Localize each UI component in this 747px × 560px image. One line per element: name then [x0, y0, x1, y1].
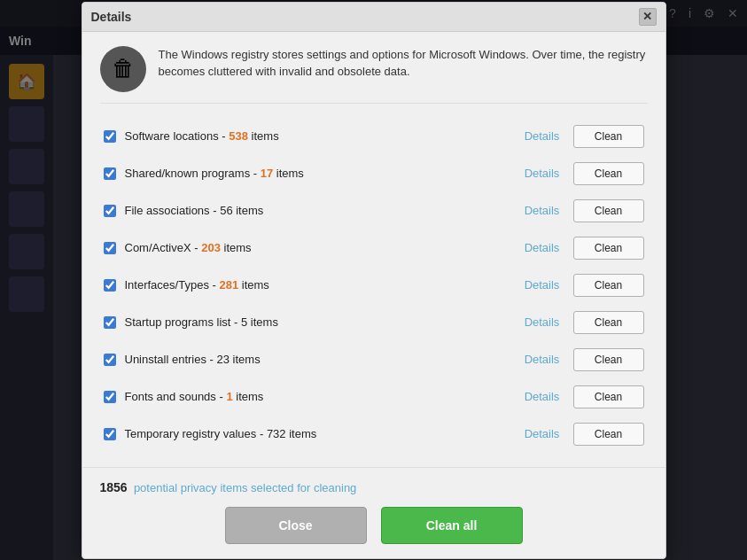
item-label-1: Software locations - 538 items	[125, 129, 511, 143]
items-list: Software locations - 538 items Details C…	[100, 118, 648, 453]
item-checkbox-9[interactable]	[104, 428, 116, 440]
item-checkbox-4[interactable]	[104, 242, 116, 254]
item-label-3: File associations - 56 items	[125, 204, 511, 217]
item-clean-button-5[interactable]: Clean	[573, 274, 644, 297]
item-label-2: Shared/known programs - 17 items	[125, 167, 511, 180]
item-clean-button-2[interactable]: Clean	[573, 162, 644, 185]
footer-summary: 1856 potential privacy items selected fo…	[100, 480, 648, 494]
trash-icon: 🗑	[112, 55, 135, 82]
item-checkbox-1[interactable]	[104, 130, 116, 143]
item-details-link-5[interactable]: Details	[520, 278, 564, 292]
item-clean-button-3[interactable]: Clean	[573, 199, 644, 222]
list-item: Fonts and sounds - 1 items Details Clean	[100, 378, 648, 416]
item-details-link-4[interactable]: Details	[520, 241, 564, 254]
info-description: The Windows registry stores settings and…	[159, 46, 648, 81]
modal-overlay: Details ✕ 🗑 The Windows registry stores …	[0, 0, 747, 560]
list-item: Uninstall entries - 23 items Details Cle…	[100, 341, 648, 378]
list-item: Startup programs list - 5 items Details …	[100, 304, 648, 341]
summary-description: potential privacy items selected for cle…	[134, 481, 356, 494]
modal-close-button[interactable]: ✕	[639, 8, 657, 26]
item-label-4: Com/ActiveX - 203 items	[125, 241, 511, 254]
item-label-9: Temporary registry values - 732 items	[125, 427, 511, 440]
clean-all-button[interactable]: Clean all	[381, 507, 523, 544]
item-clean-button-8[interactable]: Clean	[573, 385, 644, 408]
item-label-6: Startup programs list - 5 items	[125, 315, 511, 329]
modal-footer: 1856 potential privacy items selected fo…	[82, 467, 665, 558]
details-modal: Details ✕ 🗑 The Windows registry stores …	[82, 2, 666, 559]
item-clean-button-7[interactable]: Clean	[573, 348, 644, 371]
item-details-link-6[interactable]: Details	[520, 315, 564, 329]
item-clean-button-1[interactable]: Clean	[573, 125, 644, 148]
item-details-link-3[interactable]: Details	[520, 204, 564, 217]
item-clean-button-9[interactable]: Clean	[573, 423, 644, 446]
modal-titlebar: Details ✕	[82, 3, 665, 32]
item-checkbox-5[interactable]	[104, 279, 116, 292]
item-details-link-1[interactable]: Details	[520, 129, 564, 143]
item-details-link-8[interactable]: Details	[520, 390, 564, 403]
item-checkbox-2[interactable]	[104, 167, 116, 180]
summary-count: 1856	[100, 480, 128, 494]
item-label-8: Fonts and sounds - 1 items	[125, 390, 511, 403]
item-checkbox-8[interactable]	[104, 391, 116, 403]
item-details-link-9[interactable]: Details	[520, 427, 564, 440]
close-button[interactable]: Close	[225, 507, 367, 544]
list-item: Shared/known programs - 17 items Details…	[100, 155, 648, 192]
item-checkbox-6[interactable]	[104, 316, 116, 329]
item-clean-button-4[interactable]: Clean	[573, 237, 644, 260]
list-item: File associations - 56 items Details Cle…	[100, 192, 648, 229]
modal-title: Details	[91, 10, 132, 24]
item-clean-button-6[interactable]: Clean	[573, 311, 644, 334]
registry-icon: 🗑	[100, 46, 146, 92]
list-item: Temporary registry values - 732 items De…	[100, 416, 648, 453]
item-details-link-2[interactable]: Details	[520, 167, 564, 180]
footer-buttons: Close Clean all	[100, 507, 648, 544]
list-item: Com/ActiveX - 203 items Details Clean	[100, 229, 648, 267]
item-checkbox-7[interactable]	[104, 354, 116, 366]
item-checkbox-3[interactable]	[104, 205, 116, 217]
item-details-link-7[interactable]: Details	[520, 353, 564, 366]
info-box: 🗑 The Windows registry stores settings a…	[100, 46, 648, 104]
item-label-7: Uninstall entries - 23 items	[125, 353, 511, 366]
list-item: Software locations - 538 items Details C…	[100, 118, 648, 155]
modal-body: 🗑 The Windows registry stores settings a…	[82, 32, 665, 467]
list-item: Interfaces/Types - 281 items Details Cle…	[100, 267, 648, 304]
item-label-5: Interfaces/Types - 281 items	[125, 278, 511, 292]
